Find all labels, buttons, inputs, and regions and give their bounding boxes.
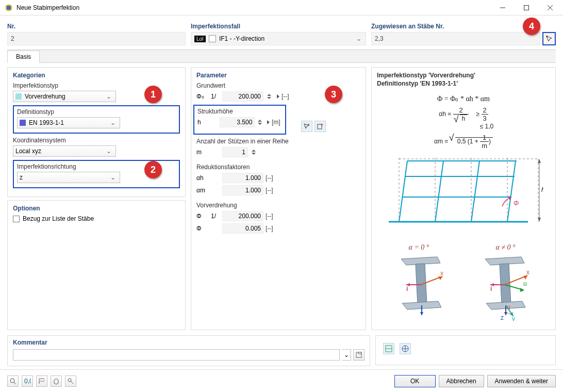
window-title: Neue Stabimperfektion bbox=[16, 4, 491, 11]
svg-text:Φ: Φ bbox=[514, 200, 519, 207]
chevron-down-icon: ⌄ bbox=[344, 351, 349, 358]
maximize-button[interactable] bbox=[515, 0, 538, 15]
pick-height-button-2[interactable] bbox=[314, 121, 326, 132]
options-header: Optionen bbox=[13, 205, 180, 212]
m-input[interactable]: 1 bbox=[222, 147, 248, 157]
i-beam-icon: x i z bbox=[391, 254, 448, 316]
tool-button-4[interactable] bbox=[51, 375, 62, 387]
apply-next-button[interactable]: Anwenden & weiter bbox=[487, 375, 556, 387]
chevron-down-icon: ⌄ bbox=[104, 148, 113, 155]
chevron-down-icon: ⌄ bbox=[354, 35, 363, 42]
comment-panel: Kommentar ⌄ bbox=[7, 335, 370, 366]
phi0-unit: [--] bbox=[281, 93, 294, 100]
svg-text:u: u bbox=[523, 280, 527, 287]
nr-label: Nr. bbox=[7, 20, 186, 32]
svg-text:v: v bbox=[512, 315, 515, 321]
svg-text:i: i bbox=[490, 285, 492, 292]
svg-line-17 bbox=[507, 161, 516, 222]
assigned-field[interactable]: 2,3 bbox=[371, 32, 540, 45]
grid-icon bbox=[385, 345, 392, 352]
cancel-button[interactable]: Abbrechen bbox=[439, 375, 484, 387]
phi-inv-value: 200.000 bbox=[222, 211, 263, 221]
svg-marker-72 bbox=[54, 379, 58, 384]
info-panel: Imperfektionstyp 'Vorverdrehung' Definit… bbox=[371, 67, 556, 330]
beam-figures: α = 0 ° x i z bbox=[377, 243, 550, 322]
coord-label: Koordinatensystem bbox=[13, 137, 180, 144]
alpha0-label: α = 0 ° bbox=[391, 243, 448, 252]
phi0-spinner[interactable] bbox=[266, 94, 273, 99]
nr-field[interactable]: 2 bbox=[7, 32, 186, 45]
comment-dropdown[interactable]: ⌄ bbox=[342, 349, 351, 361]
svg-text:x: x bbox=[440, 270, 443, 277]
deftype-color-icon bbox=[20, 120, 26, 126]
categories-panel: Kategorien Imperfektionstyp Vorverdrehun… bbox=[7, 67, 186, 197]
formula-block: Φ = Φ₀ * αh * αm αh = 2h ≥ 23 ≤ 1,0 αm =… bbox=[377, 94, 550, 150]
chevron-down-icon: ⌄ bbox=[108, 119, 118, 126]
h-input[interactable]: 3.500 bbox=[220, 117, 255, 127]
svg-rect-1 bbox=[7, 6, 11, 10]
info-line1: Imperfektionstyp 'Vorverdrehung' bbox=[377, 72, 550, 79]
parameter-header: Parameter bbox=[196, 72, 360, 79]
globe-icon bbox=[402, 345, 409, 352]
h-spinner[interactable] bbox=[257, 120, 263, 125]
svg-text:0,00: 0,00 bbox=[24, 378, 31, 385]
relative-to-list-checkbox[interactable]: Bezug zur Liste der Stäbe bbox=[13, 215, 180, 222]
svg-line-70 bbox=[14, 382, 16, 384]
title-bar: Neue Stabimperfektion bbox=[0, 0, 563, 15]
deftype-group: Definitionstyp EN 1993-1-1 ⌄ bbox=[13, 105, 180, 134]
eq-main: Φ = Φ₀ * αh * αm bbox=[377, 94, 550, 103]
close-window-button[interactable] bbox=[538, 0, 562, 15]
ok-button[interactable]: OK bbox=[394, 375, 436, 387]
pick-height-button[interactable] bbox=[301, 121, 312, 132]
pick-icon bbox=[317, 123, 324, 130]
imptype-color-icon bbox=[15, 93, 22, 100]
deftype-label: Definitionstyp bbox=[17, 108, 176, 116]
play-icon[interactable] bbox=[277, 94, 279, 99]
tab-basis[interactable]: Basis bbox=[7, 51, 40, 63]
m-symbol: m bbox=[196, 149, 209, 156]
sway-label: Vorverdrehung bbox=[196, 202, 360, 209]
units-button[interactable]: 0,00 bbox=[22, 375, 33, 387]
deftype-select[interactable]: EN 1993-1-1 ⌄ bbox=[17, 117, 120, 128]
chart-icon bbox=[38, 378, 45, 385]
alphanot0-label: α ≠ 0 ° bbox=[475, 243, 537, 252]
phi0-symbol: Φ₀ bbox=[196, 93, 209, 100]
imptype-select[interactable]: Vorverdrehung ⌄ bbox=[13, 91, 116, 102]
callout-3: 3 bbox=[325, 86, 342, 103]
svg-text:h: h bbox=[541, 186, 543, 193]
aux-button-1[interactable] bbox=[383, 343, 394, 354]
comment-edit-button[interactable] bbox=[353, 349, 365, 361]
one-over-label-2: 1/ bbox=[211, 213, 220, 220]
chevron-down-icon: ⌄ bbox=[104, 93, 113, 100]
comment-input[interactable] bbox=[13, 349, 340, 361]
svg-line-15 bbox=[435, 161, 443, 222]
svg-rect-10 bbox=[318, 124, 322, 129]
svg-line-16 bbox=[471, 161, 479, 222]
play-icon[interactable] bbox=[267, 120, 270, 124]
pick-members-button[interactable] bbox=[542, 32, 556, 45]
magnifier-icon bbox=[9, 378, 16, 385]
tool-button-5[interactable] bbox=[65, 375, 76, 387]
coord-select[interactable]: Local xyz ⌄ bbox=[13, 145, 116, 157]
help-button[interactable] bbox=[7, 375, 19, 387]
m-spinner[interactable] bbox=[250, 150, 257, 155]
h-unit: [m] bbox=[272, 119, 282, 126]
svg-line-14 bbox=[399, 161, 407, 222]
phi0-input[interactable]: 200.000 bbox=[222, 91, 263, 102]
svg-text:i: i bbox=[406, 285, 408, 292]
minimize-button[interactable] bbox=[491, 0, 515, 15]
pick-icon bbox=[303, 123, 310, 130]
phi-unit: [--] bbox=[266, 225, 278, 232]
deftype-value: EN 1993-1-1 bbox=[29, 119, 108, 126]
direction-select[interactable]: z ⌄ bbox=[17, 172, 120, 183]
svg-marker-52 bbox=[520, 288, 524, 292]
i-beam-rot-icon: x u i z v α bbox=[475, 254, 537, 321]
case-select[interactable]: LoI IF1 - -Y-direction ⌄ bbox=[191, 32, 366, 45]
parameter-panel: Parameter Grundwert Φ₀ 1/ 200.000 [--] S… bbox=[191, 67, 366, 330]
height-label: Strukturhöhe bbox=[197, 108, 282, 115]
relative-to-list-label: Bezug zur Liste der Stäbe bbox=[23, 215, 94, 222]
aux-button-2[interactable] bbox=[400, 343, 411, 354]
graph-button[interactable] bbox=[36, 375, 47, 387]
callout-2: 2 bbox=[144, 161, 162, 178]
h-symbol: h bbox=[197, 119, 208, 126]
